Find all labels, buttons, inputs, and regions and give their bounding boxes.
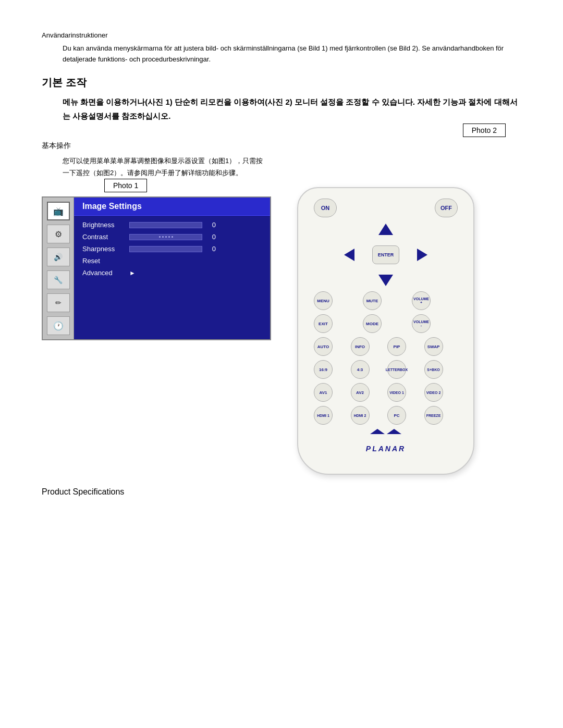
mute-button[interactable]: MUTE xyxy=(363,291,382,310)
menu-item-reset[interactable]: Reset xyxy=(82,257,262,265)
product-specifications: Product Specifications xyxy=(42,487,521,497)
menu-screen: Image Settings Brightness 0 xyxy=(42,196,271,340)
row-av-video: AV1 AV2 VIDEO 1 VIDEO 2 xyxy=(314,383,458,402)
left-panel: Photo 1 Image Settings xyxy=(42,187,282,340)
menu-main: Image Settings Brightness 0 xyxy=(74,198,270,339)
menu-sidebar xyxy=(43,198,74,339)
advanced-arrow: ► xyxy=(129,269,136,277)
nav-right-button[interactable] xyxy=(417,249,427,261)
nav-left-button[interactable] xyxy=(344,249,354,261)
av2-button[interactable]: AV2 xyxy=(351,383,370,402)
pip-button[interactable]: PIP xyxy=(387,337,406,356)
brightness-bar xyxy=(129,222,202,228)
letterbox-button[interactable]: LETTERBOX xyxy=(387,360,406,379)
exit-button[interactable]: EXIT xyxy=(314,314,333,333)
contrast-dots xyxy=(130,235,202,240)
ratio-169-button[interactable]: 16:9 xyxy=(314,360,333,379)
contrast-label: Contrast xyxy=(82,233,129,241)
chinese-section: 基本操作 您可以使用菜单菜单屏幕调整图像和显示器设置（如图1），只需按 一下遥控… xyxy=(42,141,521,179)
main-content-area: Photo 1 Image Settings xyxy=(42,187,521,475)
auto-button[interactable]: AUTO xyxy=(314,337,333,356)
nav-down-button[interactable] xyxy=(378,275,393,286)
right-panel: ON OFF ENTER MENU MUTE VOLUME + EXIT MOD… xyxy=(297,187,495,475)
row-ratios: 16:9 4:3 LETTERBOX S+BKO xyxy=(314,360,458,379)
on-off-row: ON OFF xyxy=(314,199,458,217)
off-button[interactable]: OFF xyxy=(435,199,458,217)
row-exit-mode-vol: EXIT MODE VOLUME - xyxy=(314,314,458,333)
menu-header: Image Settings xyxy=(74,198,270,216)
swedish-title: Användarinstruktioner xyxy=(42,31,521,39)
menu-item-contrast[interactable]: Contrast 0 xyxy=(82,233,262,241)
hdmi2-button[interactable]: HDMI 2 xyxy=(351,406,370,425)
menu-item-sharpness[interactable]: Sharpness 0 xyxy=(82,245,262,253)
photo2-label: Photo 2 xyxy=(463,124,506,137)
mode-button[interactable]: MODE xyxy=(363,314,382,333)
sharpness-value: 0 xyxy=(205,245,216,253)
nav-cluster: ENTER xyxy=(344,224,427,286)
enter-button[interactable]: ENTER xyxy=(372,245,399,264)
row-menu-mute-vol: MENU MUTE VOLUME + xyxy=(314,291,458,310)
sharpness-slider[interactable]: 0 xyxy=(129,245,216,253)
video2-button[interactable]: VIDEO 2 xyxy=(424,383,443,402)
photo1-wrapper: Photo 1 Image Settings xyxy=(42,187,282,340)
video1-button[interactable]: VIDEO 1 xyxy=(387,383,406,402)
row-auto-info-pip-swap: AUTO INFO PIP SWAP xyxy=(314,337,458,356)
ratio-43-button[interactable]: 4:3 xyxy=(351,360,370,379)
chinese-body: 您可以使用菜单菜单屏幕调整图像和显示器设置（如图1），只需按 一下遥控（如图2）… xyxy=(63,155,521,179)
sxga-button[interactable]: S+BKO xyxy=(424,360,443,379)
contrast-slider[interactable]: 0 xyxy=(129,233,216,241)
korean-section: 기본 조작 메뉴 화면을 이용하거나(사진 1) 단순히 리모컨을 이용하여(사… xyxy=(42,76,521,123)
remote-control: ON OFF ENTER MENU MUTE VOLUME + EXIT MOD… xyxy=(297,187,474,475)
on-button[interactable]: ON xyxy=(314,199,337,217)
sidebar-icon-settings[interactable] xyxy=(47,225,70,243)
planar-logo-chevrons xyxy=(314,429,458,434)
volume-plus-button[interactable]: VOLUME + xyxy=(412,291,431,310)
korean-title: 기본 조작 xyxy=(42,76,521,90)
nav-up-button[interactable] xyxy=(378,224,393,235)
row-hdmi-pc-freeze: HDMI 1 HDMI 2 PC FREEZE xyxy=(314,406,458,425)
sidebar-icon-clock[interactable] xyxy=(47,316,70,335)
sidebar-icon-speaker[interactable] xyxy=(47,248,70,266)
advanced-label: Advanced xyxy=(82,269,129,277)
av1-button[interactable]: AV1 xyxy=(314,383,333,402)
sidebar-icon-wrench[interactable] xyxy=(47,270,70,289)
menu-item-brightness[interactable]: Brightness 0 xyxy=(82,221,262,229)
freeze-button[interactable]: FREEZE xyxy=(424,406,443,425)
sharpness-label: Sharpness xyxy=(82,245,129,253)
hdmi1-button[interactable]: HDMI 1 xyxy=(314,406,333,425)
brightness-slider[interactable]: 0 xyxy=(129,221,216,229)
menu-item-advanced[interactable]: Advanced ► xyxy=(82,269,262,277)
contrast-value: 0 xyxy=(205,233,216,241)
photo1-label: Photo 1 xyxy=(104,179,147,192)
planar-chevron-right xyxy=(387,429,401,434)
volume-minus-button[interactable]: VOLUME - xyxy=(412,314,431,333)
planar-brand: PLANAR xyxy=(314,445,458,453)
korean-body: 메뉴 화면을 이용하거나(사진 1) 단순히 리모컨을 이용하여(사진 2) 모… xyxy=(63,95,521,123)
sidebar-icon-pencil[interactable] xyxy=(47,293,70,312)
sharpness-bar xyxy=(129,246,202,252)
brightness-value: 0 xyxy=(205,221,216,229)
reset-label: Reset xyxy=(82,257,129,265)
chinese-title: 基本操作 xyxy=(42,141,521,151)
menu-button[interactable]: MENU xyxy=(314,291,333,310)
swedish-body: Du kan använda menyskärmarna för att jus… xyxy=(63,43,521,65)
planar-chevron-left xyxy=(370,429,385,434)
swedish-section: Användarinstruktioner Du kan använda men… xyxy=(42,31,521,65)
info-button[interactable]: INFO xyxy=(351,337,370,356)
swap-button[interactable]: SWAP xyxy=(424,337,443,356)
sidebar-icon-tv[interactable] xyxy=(47,202,70,220)
brightness-label: Brightness xyxy=(82,221,129,229)
menu-body: Brightness 0 Contrast xyxy=(74,216,270,286)
contrast-bar xyxy=(129,234,202,240)
pc-button[interactable]: PC xyxy=(387,406,406,425)
